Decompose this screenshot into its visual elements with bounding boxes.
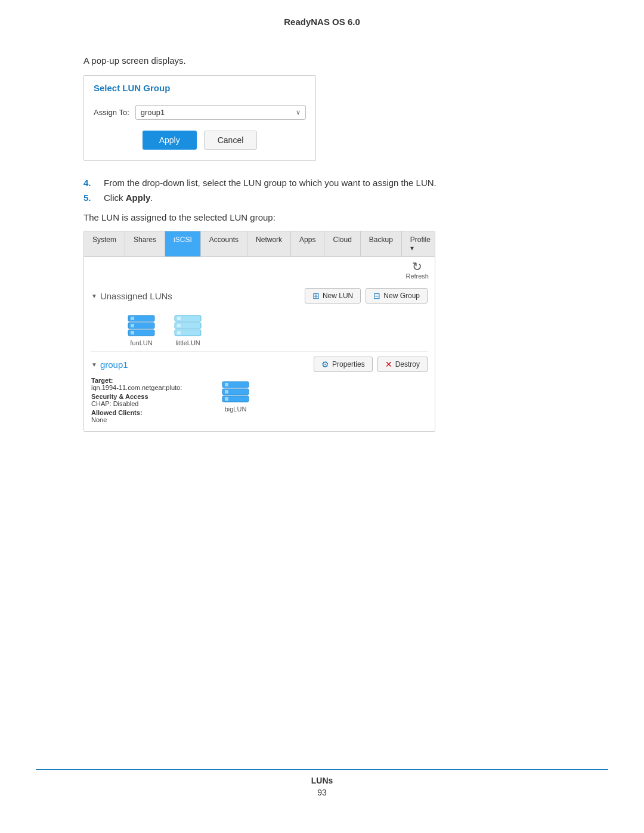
instruction-5-num: 5.: [83, 193, 98, 203]
target-row: Target: iqn.1994-11.com.netgear:pluto:: [91, 377, 210, 391]
properties-button[interactable]: ⚙ Properties: [314, 357, 373, 372]
svg-rect-16: [225, 390, 228, 394]
tab-system[interactable]: System: [84, 231, 125, 256]
tab-network[interactable]: Network: [247, 231, 291, 256]
new-group-button[interactable]: ⊟ New Group: [366, 288, 428, 304]
cancel-button[interactable]: Cancel: [204, 131, 258, 150]
dialog-assign-row: Assign To: group1 ∨: [84, 99, 315, 126]
allowed-row: Allowed Clients: None: [91, 409, 210, 423]
select-lun-group-dialog: Select LUN Group Assign To: group1 ∨ App…: [83, 75, 316, 161]
group-triangle-icon: ▼: [91, 361, 97, 368]
nav-tabs: System Shares iSCSI Accounts Network App…: [84, 231, 435, 257]
refresh-button[interactable]: ↻ Refresh: [405, 261, 429, 280]
new-lun-button[interactable]: ⊞ New LUN: [305, 288, 361, 304]
svg-rect-5: [131, 331, 134, 335]
refresh-label: Refresh: [405, 272, 429, 280]
page-content: A pop-up screen displays. Select LUN Gro…: [0, 38, 644, 479]
security-label: Security & Access: [91, 393, 148, 400]
tab-backup[interactable]: Backup: [361, 231, 402, 256]
allowed-label: Allowed Clients:: [91, 409, 143, 416]
header-title: ReadyNAS OS 6.0: [284, 17, 360, 27]
little-lun-label: littleLUN: [175, 339, 200, 346]
page-header: ReadyNAS OS 6.0: [0, 0, 644, 38]
unassigned-lun-row: funLUN littleLUN: [91, 309, 428, 351]
svg-rect-4: [131, 324, 134, 327]
tab-apps[interactable]: Apps: [291, 231, 324, 256]
dialog-title: Select LUN Group: [84, 76, 315, 99]
new-lun-icon: ⊞: [312, 291, 320, 301]
big-lun-item[interactable]: bigLUN: [221, 379, 250, 425]
fun-lun-label: funLUN: [130, 339, 152, 346]
tab-accounts[interactable]: Accounts: [201, 231, 247, 256]
allowed-value: None: [91, 416, 107, 423]
target-label: Target:: [91, 377, 113, 384]
fun-lun-item[interactable]: funLUN: [127, 313, 156, 346]
group-content: Target: iqn.1994-11.com.netgear:pluto: S…: [91, 377, 428, 425]
instruction-5: 5. Click Apply.: [83, 193, 561, 203]
instruction-5-text: Click Apply.: [104, 193, 153, 203]
security-value: CHAP: Disabled: [91, 400, 138, 407]
group-header: ▼ group1 ⚙ Properties ✕ Destroy: [91, 357, 428, 372]
lun-group-select[interactable]: group1 ∨: [135, 105, 306, 120]
unassigned-title-text: Unassigned LUNs: [100, 291, 172, 301]
unassigned-section-buttons: ⊞ New LUN ⊟ New Group: [305, 288, 428, 304]
footer-section: LUNs: [0, 776, 644, 785]
lun-assigned-text: The LUN is assigned to the selected LUN …: [83, 212, 561, 222]
group-title-text: group1: [100, 360, 128, 370]
nas-toolbar: ↻ Refresh: [84, 257, 435, 282]
tab-profile[interactable]: Profile ▾: [402, 231, 435, 256]
destroy-icon: ✕: [385, 360, 392, 369]
page-footer: LUNs 93: [0, 769, 644, 797]
target-value: iqn.1994-11.com.netgear:pluto:: [91, 384, 182, 391]
svg-rect-17: [225, 397, 228, 401]
intro-text: A pop-up screen displays.: [83, 55, 561, 66]
destroy-button[interactable]: ✕ Destroy: [377, 357, 428, 372]
svg-rect-15: [225, 383, 228, 386]
group-buttons: ⚙ Properties ✕ Destroy: [314, 357, 428, 372]
unassigned-section-header: ▼ Unassigned LUNs ⊞ New LUN ⊟ New Group: [91, 288, 428, 304]
refresh-icon: ↻: [412, 261, 422, 272]
group-meta: Target: iqn.1994-11.com.netgear:pluto: S…: [91, 377, 210, 425]
group-section: ▼ group1 ⚙ Properties ✕ Destroy: [91, 351, 428, 425]
security-row: Security & Access CHAP: Disabled: [91, 393, 210, 407]
svg-rect-3: [131, 317, 134, 320]
tab-cloud[interactable]: Cloud: [324, 231, 360, 256]
instruction-4-text: From the drop-down list, select the LUN …: [104, 178, 436, 188]
tab-iscsi[interactable]: iSCSI: [165, 231, 201, 256]
properties-label: Properties: [332, 360, 365, 368]
assign-to-label: Assign To:: [94, 108, 129, 117]
footer-divider: [36, 769, 608, 770]
nas-content: ▼ Unassigned LUNs ⊞ New LUN ⊟ New Group: [84, 282, 435, 431]
svg-rect-10: [177, 324, 181, 327]
fun-lun-icon: [127, 313, 156, 337]
big-lun-label: bigLUN: [225, 405, 247, 413]
unassigned-triangle-icon: ▼: [91, 293, 97, 299]
tab-shares[interactable]: Shares: [125, 231, 165, 256]
little-lun-item[interactable]: littleLUN: [174, 313, 202, 346]
footer-page: 93: [0, 788, 644, 797]
destroy-label: Destroy: [395, 360, 420, 368]
selected-group-value: group1: [141, 108, 165, 117]
instruction-4: 4. From the drop-down list, select the L…: [83, 178, 561, 188]
svg-rect-11: [177, 331, 181, 335]
big-lun-icon: [221, 379, 250, 403]
unassigned-section-title: ▼ Unassigned LUNs: [91, 291, 172, 301]
group-title: ▼ group1: [91, 360, 128, 370]
dialog-buttons: Apply Cancel: [84, 126, 315, 150]
properties-icon: ⚙: [321, 360, 329, 369]
select-arrow-icon: ∨: [296, 109, 301, 116]
little-lun-icon: [174, 313, 202, 337]
apply-button[interactable]: Apply: [143, 131, 197, 150]
new-group-label: New Group: [383, 292, 420, 300]
instruction-4-num: 4.: [83, 178, 98, 188]
new-lun-label: New LUN: [323, 292, 353, 300]
svg-rect-9: [177, 317, 181, 320]
nas-ui: System Shares iSCSI Accounts Network App…: [83, 231, 435, 432]
new-group-icon: ⊟: [373, 291, 380, 301]
